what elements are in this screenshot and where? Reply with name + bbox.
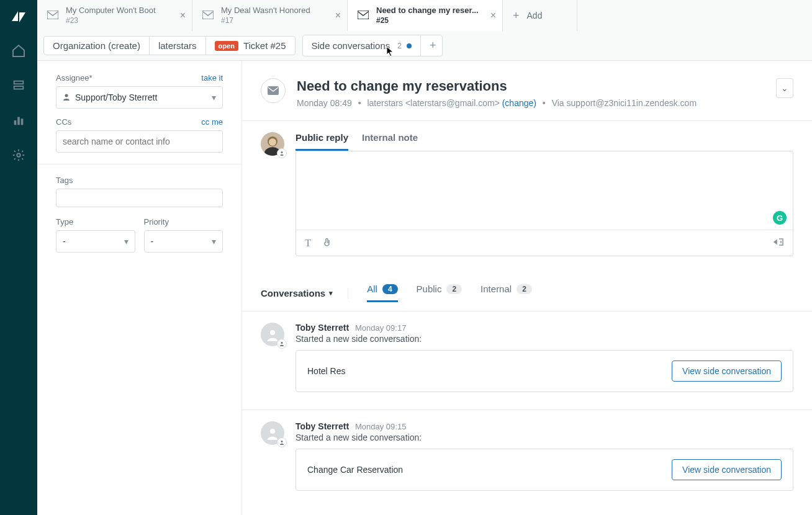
side-conversation-card: Change Car Reservation View side convers…	[295, 449, 793, 491]
ticket-header-menu[interactable]: ⌄	[776, 78, 793, 98]
divider	[37, 164, 241, 164]
filter-public-label: Public	[417, 284, 442, 294]
attachment-icon[interactable]	[322, 237, 331, 249]
chevron-down-icon: ▾	[212, 92, 216, 102]
conversation-event: Toby Sterrett Monday 09:17 Started a new…	[242, 311, 812, 403]
side-conversation-card: Hotel Res View side conversation	[295, 350, 793, 392]
tab-internal-note[interactable]: Internal note	[362, 132, 418, 151]
view-side-conversation-button[interactable]: View side conversation	[672, 361, 782, 382]
mail-icon	[261, 78, 286, 103]
left-rail	[0, 0, 37, 515]
filter-public-count: 2	[446, 284, 462, 294]
ccs-input[interactable]	[56, 130, 223, 153]
admin-icon[interactable]	[10, 146, 27, 164]
ticket-main: Need to change my reservations Monday 08…	[242, 61, 812, 515]
close-icon[interactable]: ×	[180, 10, 186, 21]
grammarly-icon[interactable]: G	[773, 211, 787, 225]
ticket-tab-17[interactable]: My Deal Wasn't Honored #17 ×	[192, 0, 348, 31]
ticket-timestamp: Monday 08:49	[297, 98, 352, 108]
home-icon[interactable]	[10, 42, 27, 60]
views-icon[interactable]	[10, 77, 27, 94]
ticket-meta: Monday 08:49 • laterstars <laterstars@gm…	[297, 98, 765, 108]
event-author: Toby Sterrett	[295, 323, 349, 333]
priority-select[interactable]: - ▾	[144, 230, 223, 253]
filter-internal-label: Internal	[480, 284, 512, 294]
svg-rect-8	[358, 11, 369, 19]
plus-icon: +	[430, 39, 436, 52]
tags-input[interactable]	[56, 189, 223, 207]
filter-internal[interactable]: Internal 2	[480, 284, 532, 302]
reporting-icon[interactable]	[10, 112, 27, 129]
tab-title: My Computer Won't Boot	[66, 6, 156, 16]
mail-icon	[202, 11, 214, 21]
segment-organization[interactable]: Organization (create)	[44, 37, 150, 55]
svg-point-17	[281, 342, 283, 344]
ticket-label: Ticket #25	[243, 40, 286, 51]
svg-rect-1	[14, 86, 24, 89]
conversation-event: Toby Sterrett Monday 09:15 Started a new…	[242, 410, 812, 502]
close-icon[interactable]: ×	[335, 10, 341, 21]
unread-dot-icon	[407, 43, 412, 48]
event-time: Monday 09:17	[355, 323, 406, 333]
zendesk-logo[interactable]	[11, 9, 27, 25]
ccs-label: CCs	[56, 117, 71, 127]
ticket-requester: laterstars <laterstars@gmail.com>	[367, 98, 499, 108]
side-conversations-count: 2	[397, 42, 402, 50]
type-label: Type	[56, 217, 135, 226]
compose-toolbar: T	[296, 230, 793, 256]
type-select[interactable]: - ▾	[56, 230, 135, 253]
agent-badge-icon	[277, 339, 287, 349]
svg-rect-10	[268, 86, 279, 95]
filter-internal-count: 2	[517, 284, 532, 294]
ticket-properties-panel: Assignee* take it Support/Toby Sterrett …	[37, 61, 242, 515]
cc-me-link[interactable]: cc me	[201, 117, 223, 127]
ticket-header: Need to change my reservations Monday 08…	[242, 61, 812, 121]
add-tab[interactable]: + Add	[503, 0, 577, 31]
agent-badge-icon	[277, 148, 287, 158]
mail-icon	[47, 11, 58, 21]
event-time: Monday 09:15	[355, 422, 406, 431]
text-format-icon[interactable]: T	[305, 237, 311, 249]
assignee-value: Support/Toby Sterrett	[75, 92, 157, 102]
svg-rect-2	[14, 120, 17, 125]
segment-ticket[interactable]: open Ticket #25	[206, 37, 295, 55]
ticket-via: Via support@z3nici11in.zendesk.com	[552, 98, 697, 108]
chevron-down-icon: ▾	[329, 289, 333, 297]
svg-point-15	[281, 151, 283, 153]
close-icon[interactable]: ×	[490, 10, 496, 21]
event-author: Toby Sterrett	[295, 421, 349, 431]
change-requester-link[interactable]: (change)	[502, 98, 536, 108]
segment-user[interactable]: laterstars	[150, 37, 206, 55]
priority-value: -	[151, 236, 154, 246]
context-segments: Organization (create) laterstars open Ti…	[43, 36, 295, 55]
user-avatar	[261, 421, 284, 445]
filter-all[interactable]: All 4	[367, 284, 397, 302]
svg-point-9	[65, 94, 68, 97]
compose-editor[interactable]: G T	[295, 151, 793, 256]
ticket-tab-25[interactable]: Need to change my reser... #25 ×	[348, 0, 503, 31]
open-badge: open	[215, 41, 238, 51]
conversation-filter-bar: Conversations ▾ All 4 Public 2 Internal …	[242, 275, 812, 311]
compose-tabs: Public reply Internal note	[295, 132, 793, 151]
agent-badge-icon	[277, 437, 287, 447]
add-side-conversation-button[interactable]: +	[421, 35, 442, 56]
view-side-conversation-button[interactable]: View side conversation	[672, 459, 782, 480]
side-conversations-group: Side conversations 2 +	[302, 35, 443, 56]
event-action: Started a new side conversation:	[295, 334, 793, 344]
svg-rect-7	[202, 11, 214, 19]
conversations-dropdown[interactable]: Conversations ▾	[261, 288, 348, 298]
tab-title: Need to change my reser...	[376, 6, 479, 16]
filter-public[interactable]: Public 2	[417, 284, 462, 302]
assignee-select[interactable]: Support/Toby Sterrett ▾	[56, 86, 223, 109]
card-title: Change Car Reservation	[307, 465, 403, 475]
expand-icon[interactable]	[773, 237, 784, 249]
event-action: Started a new side conversation:	[295, 432, 793, 442]
svg-rect-4	[21, 119, 24, 125]
tab-public-reply[interactable]: Public reply	[295, 132, 348, 151]
ticket-tab-23[interactable]: My Computer Won't Boot #23 ×	[37, 0, 192, 31]
svg-point-5	[17, 153, 20, 157]
take-it-link[interactable]: take it	[201, 73, 223, 83]
svg-point-14	[269, 138, 276, 146]
priority-label: Priority	[144, 217, 223, 226]
side-conversations-button[interactable]: Side conversations 2	[303, 35, 421, 56]
